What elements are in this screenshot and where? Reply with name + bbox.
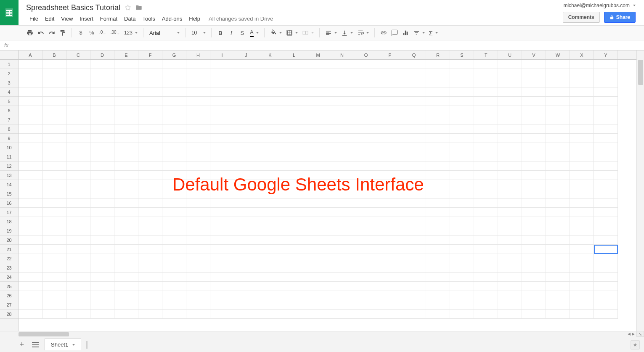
cell[interactable]	[354, 180, 378, 189]
cell[interactable]	[426, 106, 450, 115]
cell[interactable]	[546, 143, 570, 152]
cell[interactable]	[210, 171, 234, 180]
cell[interactable]	[498, 282, 522, 291]
cell[interactable]	[234, 180, 258, 189]
cell[interactable]	[450, 273, 474, 282]
cell[interactable]	[306, 115, 330, 124]
cell[interactable]	[162, 106, 186, 115]
cell[interactable]	[594, 115, 618, 124]
cell[interactable]	[90, 189, 114, 198]
cell[interactable]	[522, 171, 546, 180]
cell[interactable]	[570, 97, 594, 106]
cell[interactable]	[426, 171, 450, 180]
cell[interactable]	[498, 124, 522, 134]
cell[interactable]	[498, 60, 522, 69]
cell[interactable]	[522, 124, 546, 134]
cell[interactable]	[474, 310, 498, 319]
cell[interactable]	[402, 97, 426, 106]
cell[interactable]	[258, 115, 282, 124]
cell[interactable]	[546, 124, 570, 134]
cell[interactable]	[19, 208, 42, 217]
cell[interactable]	[19, 282, 42, 291]
cell[interactable]	[594, 236, 618, 245]
cell[interactable]	[450, 171, 474, 180]
column-header[interactable]: W	[546, 50, 570, 59]
paint-format-icon[interactable]	[58, 28, 67, 38]
cell[interactable]	[498, 217, 522, 226]
cell[interactable]	[138, 78, 162, 87]
cell[interactable]	[570, 171, 594, 180]
cell[interactable]	[498, 180, 522, 189]
row-header[interactable]: 4	[0, 87, 18, 97]
cell[interactable]	[210, 254, 234, 263]
cell[interactable]	[66, 87, 90, 97]
cell[interactable]	[570, 161, 594, 171]
cell[interactable]	[498, 263, 522, 273]
cell[interactable]	[90, 134, 114, 143]
cell[interactable]	[546, 217, 570, 226]
cell[interactable]	[426, 217, 450, 226]
cell[interactable]	[138, 217, 162, 226]
cell[interactable]	[522, 198, 546, 208]
cell[interactable]	[258, 106, 282, 115]
cell[interactable]	[306, 78, 330, 87]
cell[interactable]	[42, 282, 66, 291]
cell[interactable]	[90, 143, 114, 152]
cell[interactable]	[234, 134, 258, 143]
cell[interactable]	[138, 124, 162, 134]
cell[interactable]	[42, 60, 66, 69]
cell[interactable]	[570, 310, 594, 319]
cell[interactable]	[402, 245, 426, 254]
cell[interactable]	[594, 97, 618, 106]
cell[interactable]	[42, 134, 66, 143]
cell[interactable]	[138, 273, 162, 282]
column-header[interactable]: M	[306, 50, 330, 59]
cell[interactable]	[19, 115, 42, 124]
cell[interactable]	[162, 87, 186, 97]
cell[interactable]	[570, 208, 594, 217]
cell[interactable]	[306, 97, 330, 106]
cell[interactable]	[306, 245, 330, 254]
row-header[interactable]: 8	[0, 124, 18, 134]
cell[interactable]	[258, 198, 282, 208]
cell[interactable]	[66, 60, 90, 69]
cell[interactable]	[474, 282, 498, 291]
cell[interactable]	[282, 106, 306, 115]
cell[interactable]	[594, 300, 618, 310]
cell[interactable]	[19, 226, 42, 236]
cell[interactable]	[210, 282, 234, 291]
cell[interactable]	[594, 217, 618, 226]
cell[interactable]	[378, 291, 402, 300]
cell[interactable]	[162, 60, 186, 69]
cell[interactable]	[234, 236, 258, 245]
cell[interactable]	[162, 273, 186, 282]
cell[interactable]	[402, 171, 426, 180]
cell[interactable]	[234, 115, 258, 124]
cell[interactable]	[162, 217, 186, 226]
cell[interactable]	[330, 300, 354, 310]
cell[interactable]	[210, 143, 234, 152]
cell[interactable]	[66, 134, 90, 143]
cell[interactable]	[378, 115, 402, 124]
cell[interactable]	[402, 226, 426, 236]
cell[interactable]	[522, 97, 546, 106]
sheet-drag-handle[interactable]	[86, 341, 89, 349]
cell[interactable]	[450, 78, 474, 87]
redo-icon[interactable]	[47, 28, 56, 38]
cell[interactable]	[114, 106, 138, 115]
cell[interactable]	[186, 217, 210, 226]
cell[interactable]	[306, 300, 330, 310]
cell[interactable]	[522, 226, 546, 236]
column-header[interactable]: O	[354, 50, 378, 59]
cell[interactable]	[282, 217, 306, 226]
cell[interactable]	[546, 115, 570, 124]
functions-icon[interactable]: Σ	[428, 28, 439, 38]
cell[interactable]	[450, 152, 474, 161]
cell[interactable]	[282, 78, 306, 87]
cell[interactable]	[234, 300, 258, 310]
column-header[interactable]: Y	[594, 50, 618, 59]
cell[interactable]	[90, 282, 114, 291]
cell[interactable]	[426, 291, 450, 300]
explore-button[interactable]	[631, 340, 640, 349]
sheets-logo[interactable]	[0, 0, 19, 25]
